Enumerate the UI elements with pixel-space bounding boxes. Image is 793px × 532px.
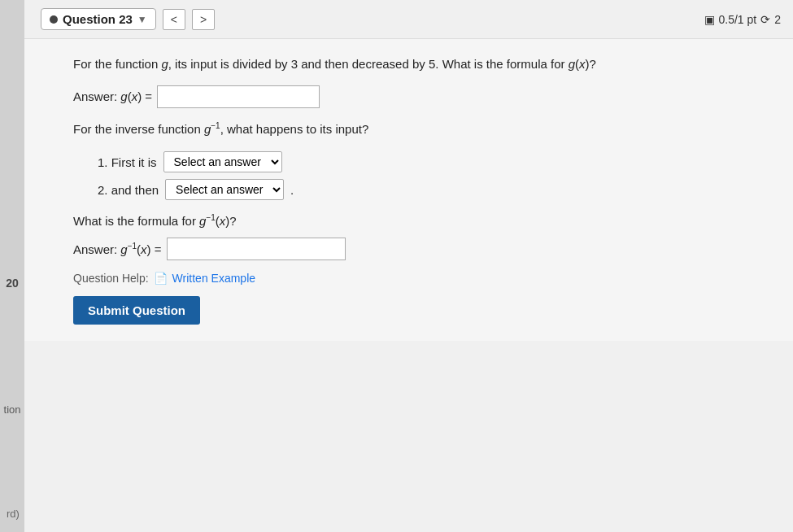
question-dot bbox=[50, 15, 58, 24]
step-2: 2. and then Select an answer multiplied … bbox=[98, 179, 744, 200]
gx-answer-input[interactable] bbox=[157, 85, 320, 108]
gx-question-text: For the function g, its input is divided… bbox=[73, 55, 744, 74]
step2-dropdown[interactable]: Select an answer multiplied by 3 divided… bbox=[165, 179, 284, 200]
question-label: Question 23 ▼ bbox=[41, 8, 156, 30]
sidebar-number: 20 bbox=[6, 277, 19, 290]
step-1: 1. First it is Select an answer multipli… bbox=[98, 151, 744, 172]
gx-answer-row: Answer: g(x) = bbox=[73, 85, 744, 108]
next-button[interactable]: > bbox=[192, 9, 215, 30]
question-help-row: Question Help: 📄 Written Example bbox=[73, 272, 744, 285]
step2-text: 2. and then bbox=[98, 183, 159, 197]
attempt-count: 2 bbox=[774, 13, 781, 26]
step2-period: . bbox=[290, 183, 294, 197]
sidebar-tion: tion bbox=[4, 403, 21, 416]
inverse-steps: 1. First it is Select an answer multipli… bbox=[98, 151, 744, 200]
formula-question-text: What is the formula for g−1(x)? bbox=[73, 213, 744, 228]
written-example-link[interactable]: Written Example bbox=[172, 272, 255, 285]
formula-answer-label: Answer: g−1(x) = bbox=[73, 242, 162, 256]
formula-answer-row: Answer: g−1(x) = bbox=[73, 238, 744, 260]
document-icon: 📄 bbox=[154, 272, 168, 285]
question-help-label: Question Help: bbox=[73, 272, 149, 285]
submit-button[interactable]: Submit Question bbox=[73, 296, 200, 325]
score-info: ▣ 0.5/1 pt ⟳ 2 bbox=[704, 13, 782, 26]
formula-answer-input[interactable] bbox=[167, 238, 346, 260]
gx-answer-label: Answer: g(x) = bbox=[73, 89, 152, 103]
step1-text: 1. First it is bbox=[98, 155, 157, 169]
question-number: Question 23 bbox=[63, 12, 133, 26]
question-dropdown-icon[interactable]: ▼ bbox=[137, 14, 147, 25]
prev-button[interactable]: < bbox=[163, 9, 185, 30]
attempt-icon: ⟳ bbox=[760, 13, 770, 26]
score-icon: ▣ bbox=[704, 13, 715, 26]
step1-dropdown[interactable]: Select an answer multiplied by 3 divided… bbox=[163, 151, 282, 172]
inverse-question-text: For the inverse function g−1, what happe… bbox=[73, 120, 744, 139]
score-value: 0.5/1 pt bbox=[719, 13, 757, 26]
bottom-text: rd) bbox=[7, 508, 20, 520]
